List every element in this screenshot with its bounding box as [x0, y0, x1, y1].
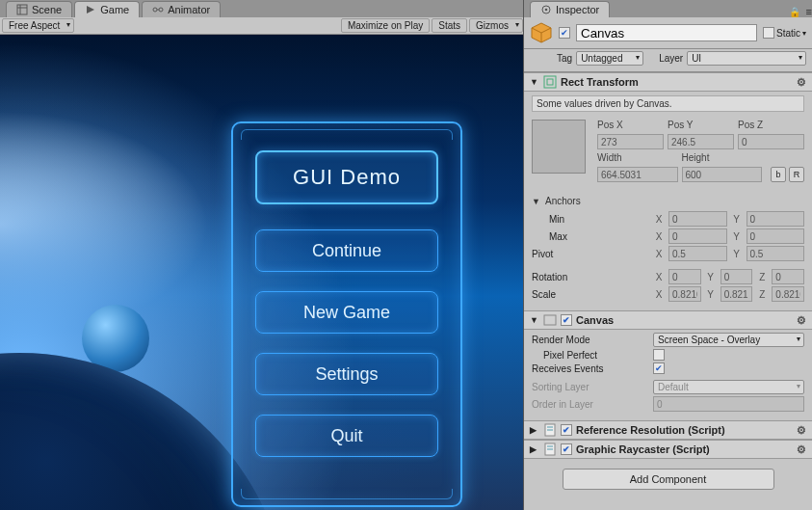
add-component-button[interactable]: Add Component	[563, 469, 774, 490]
canvas-component-header[interactable]: ▼ ✔ Canvas ⚙	[524, 310, 812, 330]
tab-animator[interactable]: Animator	[142, 1, 221, 17]
sorting-layer-dropdown: Default	[653, 380, 804, 394]
svg-rect-10	[544, 76, 556, 88]
gui-title: GUI Demo	[255, 150, 438, 204]
gear-icon[interactable]: ⚙	[797, 443, 806, 456]
tab-inspector[interactable]: Inspector	[530, 1, 610, 17]
rect-transform-icon	[543, 75, 557, 89]
gear-icon[interactable]: ⚙	[797, 314, 806, 327]
tab-label: Game	[100, 4, 129, 15]
height-field[interactable]	[682, 167, 763, 182]
graphic-raycaster-header[interactable]: ▶ ✔ Graphic Raycaster (Script) ⚙	[524, 440, 812, 459]
left-tabs: Scene Game Animator	[0, 0, 523, 17]
animator-icon	[152, 4, 164, 15]
settings-button[interactable]: Settings	[255, 353, 438, 395]
gui-panel: GUI Demo Continue New Game Settings Quit	[231, 121, 462, 507]
rot-x[interactable]	[668, 269, 701, 284]
gameobject-icon	[530, 21, 553, 44]
raycaster-enabled-checkbox[interactable]: ✔	[561, 443, 572, 455]
inspector-header: ✔ Static ▾	[524, 17, 812, 49]
tag-label: Tag	[557, 53, 572, 64]
inspector-tabs: Inspector 🔒 ≡	[524, 0, 812, 17]
continue-button[interactable]: Continue	[255, 229, 438, 272]
svg-point-3	[153, 8, 157, 12]
gear-icon[interactable]: ⚙	[797, 424, 806, 437]
reference-resolution-header[interactable]: ▶ ✔ Reference Resolution (Script) ⚙	[524, 420, 812, 440]
new-game-button[interactable]: New Game	[255, 291, 438, 334]
anchor-min-y[interactable]	[747, 211, 805, 227]
posy-field[interactable]	[668, 134, 734, 149]
fold-icon: ▼	[530, 77, 539, 87]
tab-label: Inspector	[556, 4, 599, 15]
pivot-y[interactable]	[747, 246, 805, 261]
posz-field[interactable]	[738, 134, 804, 149]
panel-menu-icon[interactable]: ≡	[806, 6, 812, 17]
rect-transform-header[interactable]: ▼ Rect Transform ⚙	[524, 72, 812, 92]
anchor-max-x[interactable]	[668, 228, 727, 244]
pivot-x[interactable]	[668, 246, 727, 261]
tag-dropdown[interactable]: Untagged	[576, 51, 643, 66]
receives-events-checkbox[interactable]: ✔	[653, 362, 665, 374]
svg-rect-12	[544, 315, 556, 325]
tab-label: Scene	[32, 4, 62, 15]
scl-x[interactable]	[668, 286, 701, 302]
anchor-min-x[interactable]	[668, 211, 727, 227]
game-icon	[85, 4, 96, 15]
canvas-icon	[543, 313, 557, 327]
game-viewport: GUI Demo Continue New Game Settings Quit	[0, 35, 523, 510]
pixel-perfect-checkbox[interactable]	[653, 349, 665, 361]
svg-point-4	[159, 8, 163, 12]
anchor-preset[interactable]	[532, 120, 586, 174]
gizmos-dropdown[interactable]: Gizmos	[469, 18, 523, 33]
scl-y[interactable]	[720, 286, 753, 302]
quit-button[interactable]: Quit	[255, 415, 438, 457]
aspect-dropdown[interactable]: Free Aspect	[2, 18, 74, 33]
tab-label: Animator	[168, 4, 210, 15]
lock-icon[interactable]: 🔒	[785, 7, 804, 17]
raw-edit-button[interactable]: R	[789, 167, 804, 182]
scl-z[interactable]	[772, 286, 804, 302]
blueprint-button[interactable]: b	[771, 167, 786, 182]
inspector-icon	[540, 4, 552, 15]
svg-rect-11	[547, 79, 553, 85]
tag-layer-row: Tag Untagged Layer UI	[524, 49, 812, 72]
anchor-max-y[interactable]	[747, 228, 805, 244]
render-mode-dropdown[interactable]: Screen Space - Overlay	[653, 333, 804, 347]
script-icon	[543, 443, 557, 456]
script-icon	[543, 423, 557, 437]
svg-rect-0	[17, 5, 27, 14]
static-toggle[interactable]: Static ▾	[763, 27, 806, 39]
posx-field[interactable]	[597, 134, 664, 149]
order-field	[653, 396, 804, 412]
enabled-checkbox[interactable]: ✔	[559, 27, 570, 39]
tab-game[interactable]: Game	[74, 1, 140, 17]
width-field[interactable]	[597, 167, 678, 182]
layer-dropdown[interactable]: UI	[687, 51, 806, 66]
rot-y[interactable]	[720, 269, 753, 284]
game-toolbar: Free Aspect Maximize on Play Stats Gizmo…	[0, 17, 523, 35]
canvas-enabled-checkbox[interactable]: ✔	[561, 314, 572, 326]
svg-point-7	[545, 9, 548, 12]
tab-scene[interactable]: Scene	[6, 1, 72, 17]
anchors-section[interactable]: ▼Anchors	[524, 194, 812, 208]
rect-transform-note: Some values driven by Canvas.	[532, 95, 804, 112]
scene-icon	[16, 4, 28, 15]
object-name-field[interactable]	[576, 24, 757, 41]
maximize-toggle[interactable]: Maximize on Play	[341, 18, 430, 33]
gear-icon[interactable]: ⚙	[797, 76, 806, 89]
rot-z[interactable]	[772, 269, 804, 284]
ref-res-enabled-checkbox[interactable]: ✔	[561, 424, 572, 436]
stats-toggle[interactable]: Stats	[432, 18, 467, 33]
layer-label: Layer	[659, 53, 683, 64]
